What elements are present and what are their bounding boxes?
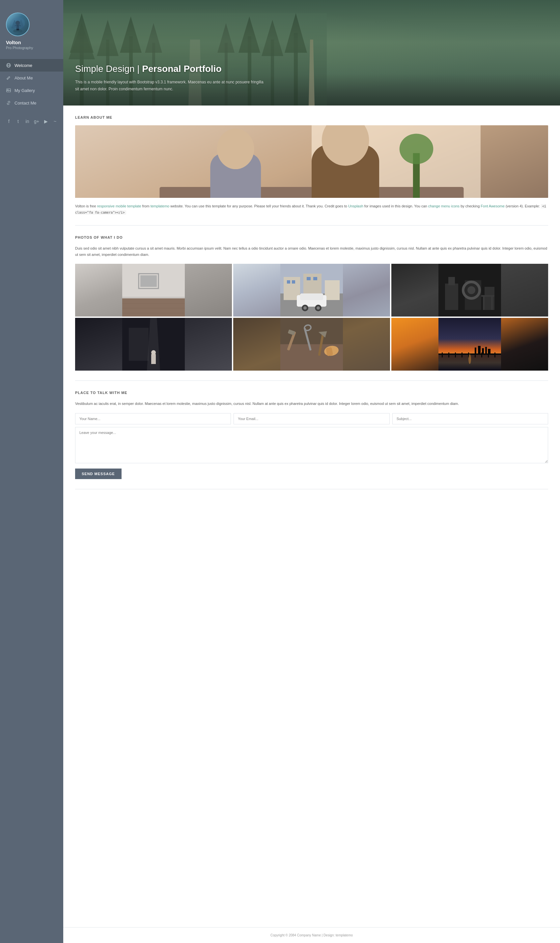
- gallery-image-3: [391, 264, 548, 316]
- sidebar-subtitle: Pro Photography: [6, 46, 33, 50]
- svg-rect-81: [129, 328, 149, 361]
- twitter-icon[interactable]: t: [15, 118, 21, 124]
- facebook-icon[interactable]: f: [6, 118, 12, 124]
- gallery-section: PHOTOS OF WHAT I DO Duis sed odio sit am…: [75, 235, 548, 370]
- contact-name-input[interactable]: [75, 413, 231, 424]
- contact-section-label: PLACE TO TALK WITH ME: [75, 391, 548, 395]
- svg-point-67: [303, 306, 307, 310]
- content-area: LEARN ABOUT ME: [63, 105, 560, 927]
- about-text-part4: for images used in this design. You can: [363, 204, 428, 208]
- about-link-menu-icons[interactable]: change menu icons: [428, 204, 460, 208]
- svg-rect-98: [442, 352, 443, 357]
- svg-rect-73: [485, 287, 494, 310]
- svg-rect-109: [482, 348, 484, 353]
- about-text-part6: (version 4). Example:: [505, 204, 541, 208]
- svg-rect-77: [483, 297, 485, 310]
- divider-3: [75, 489, 548, 489]
- svg-rect-111: [488, 349, 491, 353]
- globe-icon: [6, 63, 11, 68]
- hero-section: Simple Design | Personal Portfolio This …: [63, 0, 560, 105]
- gallery-image-6: [391, 318, 548, 370]
- contact-description: Vestibulum ac iaculis erat, in semper do…: [75, 401, 548, 407]
- about-link-responsive[interactable]: responsive mobile template: [97, 204, 141, 208]
- svg-line-10: [7, 79, 8, 79]
- svg-rect-78: [491, 297, 493, 310]
- gallery-item-5[interactable]: [233, 318, 390, 370]
- gallery-image-2: [233, 264, 390, 316]
- gallery-item-2[interactable]: [233, 264, 390, 316]
- about-section-label: LEARN ABOUT ME: [75, 116, 548, 119]
- googleplus-icon[interactable]: g+: [34, 118, 40, 124]
- rss-icon[interactable]: ~: [52, 118, 58, 124]
- sidebar-item-contact[interactable]: Contact Me: [0, 97, 63, 109]
- about-text-part5: by checking: [460, 204, 481, 208]
- image-icon: [6, 88, 11, 93]
- send-message-button[interactable]: SEND MESSAGE: [75, 469, 122, 479]
- pencil-icon: [6, 75, 11, 80]
- svg-rect-101: [462, 352, 463, 357]
- link-icon: [6, 100, 11, 105]
- svg-rect-76: [481, 295, 494, 297]
- svg-rect-71: [448, 277, 455, 285]
- sidebar-navigation: Welcome About Me My Gallery Contact Me: [0, 59, 63, 109]
- svg-rect-49: [140, 275, 157, 287]
- svg-point-112: [468, 354, 471, 364]
- gallery-item-4[interactable]: [75, 318, 232, 370]
- svg-rect-64: [300, 293, 323, 300]
- linkedin-icon[interactable]: in: [25, 118, 30, 124]
- about-link-templatemo[interactable]: templatemo: [151, 204, 169, 208]
- svg-rect-108: [478, 346, 481, 353]
- gallery-item-6[interactable]: [391, 318, 548, 370]
- svg-point-84: [151, 350, 156, 355]
- sidebar-profile: Volton Pro Photography: [0, 6, 63, 56]
- hero-title-bold: Personal Portfolio: [142, 64, 222, 74]
- contact-section: PLACE TO TALK WITH ME Vestibulum ac iacu…: [75, 391, 548, 479]
- svg-rect-100: [455, 352, 456, 357]
- svg-point-75: [468, 286, 475, 294]
- divider-1: [75, 225, 548, 225]
- svg-rect-107: [475, 347, 476, 353]
- about-text-part1: Volton is free: [75, 204, 97, 208]
- contact-message-textarea[interactable]: [75, 427, 548, 463]
- svg-rect-62: [313, 277, 317, 280]
- hero-content: Simple Design | Personal Portfolio This …: [75, 64, 548, 92]
- sidebar: Volton Pro Photography Welcome About Me …: [0, 0, 63, 943]
- footer-text: Copyright © 2084 Company Name | Design: …: [271, 934, 353, 937]
- svg-rect-99: [448, 352, 449, 357]
- main-content: Simple Design | Personal Portfolio This …: [63, 0, 560, 943]
- footer: Copyright © 2084 Company Name | Design: …: [63, 927, 560, 943]
- about-text-part2: from: [141, 204, 151, 208]
- contact-form-row-1: [75, 413, 548, 424]
- svg-rect-60: [292, 280, 295, 284]
- contact-form: SEND MESSAGE: [75, 413, 548, 479]
- svg-rect-83: [151, 354, 156, 364]
- about-link-font-awesome[interactable]: Font Awesome: [481, 204, 505, 208]
- sidebar-item-contact-label: Contact Me: [14, 100, 36, 105]
- gallery-grid: [75, 264, 548, 370]
- hero-title: Simple Design | Personal Portfolio: [75, 64, 548, 74]
- sidebar-item-about[interactable]: About Me: [0, 71, 63, 84]
- gallery-image-5: [233, 318, 390, 370]
- svg-rect-58: [325, 280, 340, 300]
- gallery-item-1[interactable]: [75, 264, 232, 316]
- contact-subject-input[interactable]: [392, 413, 548, 424]
- about-section: LEARN ABOUT ME: [75, 116, 548, 215]
- sidebar-item-about-label: About Me: [14, 76, 33, 80]
- sidebar-item-welcome-label: Welcome: [14, 63, 32, 68]
- sidebar-item-gallery-label: My Gallery: [14, 88, 35, 93]
- about-link-unsplash[interactable]: Unsplash: [348, 204, 363, 208]
- svg-rect-110: [485, 347, 487, 353]
- about-text-part3: website. You can use this template for a…: [169, 204, 348, 208]
- about-image: [75, 125, 548, 198]
- sidebar-item-gallery[interactable]: My Gallery: [0, 84, 63, 97]
- youtube-icon[interactable]: ▶: [43, 118, 49, 124]
- avatar: [6, 12, 30, 36]
- gallery-item-3[interactable]: [391, 264, 548, 316]
- svg-point-68: [317, 306, 320, 310]
- svg-point-41: [217, 128, 254, 169]
- contact-email-input[interactable]: [234, 413, 389, 424]
- sidebar-item-welcome[interactable]: Welcome: [0, 59, 63, 71]
- svg-rect-70: [445, 284, 458, 310]
- about-text: Volton is free responsive mobile templat…: [75, 203, 548, 215]
- hero-title-plain: Simple Design |: [75, 64, 142, 74]
